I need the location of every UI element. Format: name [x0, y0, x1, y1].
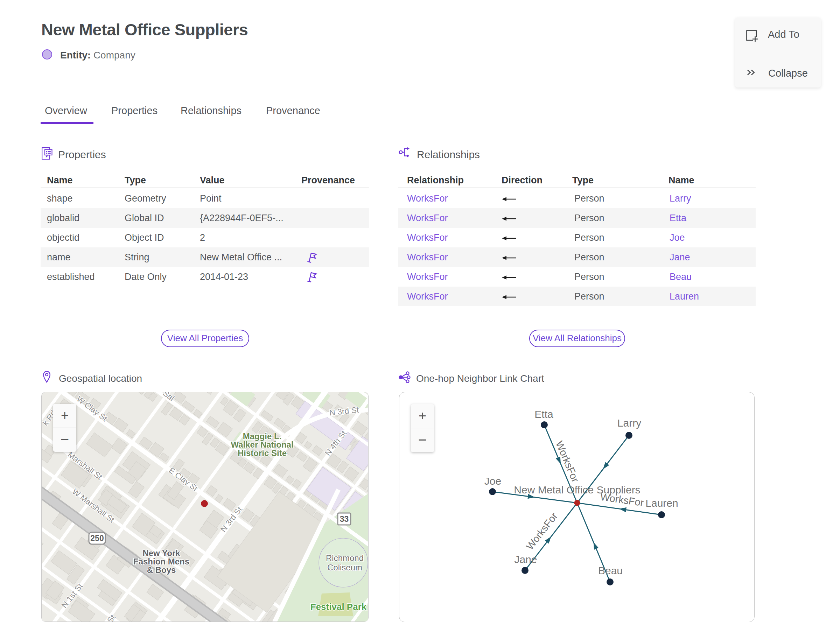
svg-text:250: 250	[90, 534, 103, 543]
svg-text:Fashion Mens: Fashion Mens	[134, 557, 189, 566]
svg-text:Beau: Beau	[598, 565, 623, 576]
svg-text:Walker National: Walker National	[231, 440, 293, 449]
svg-text:& Boys: & Boys	[147, 565, 176, 575]
svg-text:Larry: Larry	[617, 417, 641, 429]
svg-text:Festival Park: Festival Park	[310, 602, 367, 612]
svg-text:Jane: Jane	[514, 554, 537, 565]
svg-text:WorksFor: WorksFor	[524, 510, 560, 552]
svg-text:Joe: Joe	[484, 475, 501, 487]
svg-text:Etta: Etta	[535, 409, 554, 420]
svg-text:New York: New York	[142, 548, 180, 558]
svg-text:33: 33	[340, 514, 349, 523]
svg-text:Maggie L.: Maggie L.	[243, 431, 282, 441]
svg-text:WorksFor: WorksFor	[554, 439, 581, 484]
svg-text:Richmond: Richmond	[326, 553, 364, 563]
svg-text:Coliseum: Coliseum	[327, 563, 362, 572]
svg-text:Lauren: Lauren	[645, 497, 678, 509]
svg-text:Historic Site: Historic Site	[238, 448, 286, 458]
